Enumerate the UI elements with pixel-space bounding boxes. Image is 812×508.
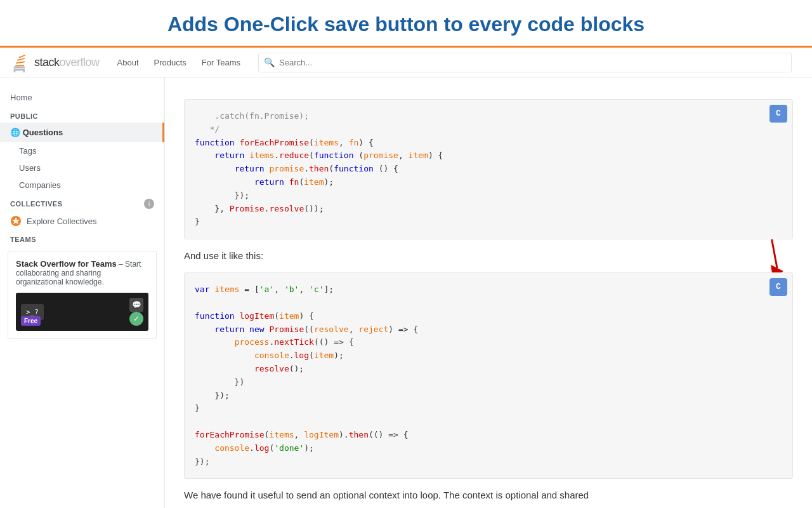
teams-promo-title: Stack Overflow for Teams: [16, 259, 117, 269]
search-icon: 🔍: [264, 57, 275, 67]
main-layout: Home PUBLIC 🌐 Questions Tags Users Compa…: [0, 77, 812, 508]
sidebar-collectives-header: COLLECTIVES i: [0, 194, 164, 211]
copy-button-2[interactable]: C: [769, 278, 787, 296]
teams-promo-image: >_? Free 💬 ✓: [16, 293, 148, 331]
svg-rect-3: [23, 69, 25, 72]
svg-rect-0: [14, 66, 25, 68]
svg-rect-7: [18, 55, 25, 58]
sidebar-section-teams: TEAMS: [0, 231, 164, 246]
search-box: 🔍: [258, 53, 792, 72]
svg-rect-6: [17, 58, 25, 61]
svg-rect-2: [14, 69, 16, 72]
sidebar: Home PUBLIC 🌐 Questions Tags Users Compa…: [0, 77, 165, 508]
nav-for-teams[interactable]: For Teams: [194, 49, 248, 76]
sidebar-explore-collectives[interactable]: Explore Collectives: [0, 211, 164, 231]
page-title-banner: Adds One-Click save button to every code…: [0, 0, 812, 46]
page-title: Adds One-Click save button to every code…: [0, 13, 812, 36]
top-nav: stackoverflow About Products For Teams 🔍: [0, 46, 812, 77]
collectives-info-icon[interactable]: i: [144, 199, 154, 209]
logo[interactable]: stackoverflow: [10, 52, 100, 72]
sidebar-item-tags[interactable]: Tags: [0, 142, 164, 159]
nav-products[interactable]: Products: [147, 49, 194, 76]
content-area: .catch(fn.Promise); */ function forEachP…: [165, 77, 812, 508]
teams-promo-box: Stack Overflow for Teams – Start collabo…: [8, 251, 157, 339]
chat-icon: 💬: [129, 298, 143, 312]
nav-links: About Products For Teams: [110, 49, 248, 76]
teams-promo-dash: –: [119, 260, 125, 269]
logo-text: stackoverflow: [34, 56, 100, 69]
bottom-prose-text: We have found it useful to send an optio…: [184, 488, 793, 503]
code-block-2-content: var items = ['a', 'b', 'c']; function lo…: [195, 283, 782, 468]
sidebar-section-public: PUBLIC: [0, 107, 164, 123]
svg-rect-4: [15, 65, 24, 66]
sidebar-item-home[interactable]: Home: [0, 88, 164, 107]
nav-about[interactable]: About: [110, 49, 147, 76]
svg-rect-5: [16, 62, 25, 64]
logo-icon: [10, 52, 30, 72]
globe-icon: 🌐: [10, 128, 23, 137]
code-block-1-content: .catch(fn.Promise); */ function forEachP…: [195, 110, 782, 229]
code-block-2: var items = ['a', 'b', 'c']; function lo…: [184, 272, 793, 479]
search-input[interactable]: [258, 53, 792, 72]
copy-button-1[interactable]: C: [769, 105, 787, 123]
sidebar-item-companies[interactable]: Companies: [0, 177, 164, 194]
use-it-text: And use it like this:: [184, 248, 793, 264]
green-check-icon: ✓: [129, 312, 143, 326]
sidebar-item-questions[interactable]: 🌐 Questions: [0, 123, 164, 142]
sidebar-item-users[interactable]: Users: [0, 159, 164, 177]
collective-star-icon: [10, 215, 22, 227]
free-badge: Free: [21, 316, 41, 326]
code-block-1: .catch(fn.Promise); */ function forEachP…: [184, 99, 793, 239]
